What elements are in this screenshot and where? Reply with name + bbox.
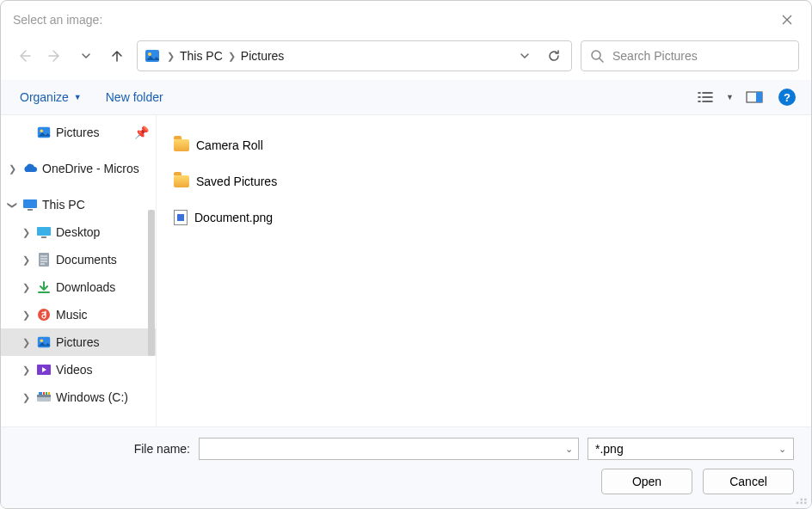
svg-rect-17 xyxy=(37,395,51,397)
recent-locations-button[interactable] xyxy=(75,45,97,67)
open-button[interactable]: Open xyxy=(601,469,692,494)
footer: File name: ⌄ *.png ⌄ Open Cancel xyxy=(1,426,811,508)
list-item[interactable]: Saved Pictures xyxy=(174,170,794,193)
item-label: Saved Pictures xyxy=(196,175,277,188)
tree-pictures[interactable]: ❯ Pictures xyxy=(1,328,156,356)
svg-rect-20 xyxy=(46,392,47,395)
tree-onedrive[interactable]: ❯ OneDrive - Micros xyxy=(1,155,156,182)
tree-this-pc[interactable]: ❯ This PC xyxy=(1,191,156,218)
window-title: Select an image: xyxy=(13,13,102,27)
svg-rect-21 xyxy=(48,392,50,395)
chevron-right-icon: ❯ xyxy=(20,227,32,238)
arrow-left-icon xyxy=(16,48,32,64)
onedrive-icon xyxy=(22,163,39,175)
tree-pictures-pinned[interactable]: Pictures 📌 xyxy=(1,119,156,146)
search-input[interactable] xyxy=(611,48,790,64)
chevron-right-icon: ❯ xyxy=(167,51,175,62)
drive-icon xyxy=(35,391,52,403)
tree-music[interactable]: ❯ Music xyxy=(1,301,156,328)
view-mode-button[interactable] xyxy=(693,85,717,109)
downloads-icon xyxy=(35,280,52,294)
chevron-down-icon xyxy=(520,51,530,61)
pictures-icon xyxy=(143,46,162,65)
svg-point-14 xyxy=(40,339,44,342)
close-icon xyxy=(782,15,792,25)
folder-icon xyxy=(174,175,189,187)
documents-icon xyxy=(35,252,52,267)
new-folder-button[interactable]: New folder xyxy=(106,90,163,104)
svg-rect-10 xyxy=(41,236,46,238)
preview-pane-icon xyxy=(746,91,763,103)
chevron-right-icon: ❯ xyxy=(20,365,32,376)
refresh-button[interactable] xyxy=(542,44,566,68)
item-label: Document.png xyxy=(194,211,273,224)
resize-grip[interactable]: ▪▪▪▪▪ xyxy=(796,498,808,505)
chevron-right-icon: ❯ xyxy=(20,310,32,321)
pictures-icon xyxy=(35,334,52,350)
address-dropdown-button[interactable] xyxy=(513,44,537,68)
chevron-right-icon: ❯ xyxy=(228,51,236,62)
file-open-dialog: Select an image: ❯ This PC ❯ Pictures xyxy=(0,0,812,509)
chevron-down-icon: ❯ xyxy=(7,199,18,211)
list-item[interactable]: Document.png xyxy=(174,206,794,229)
nav-tree: Pictures 📌 ❯ OneDrive - Micros ❯ xyxy=(1,115,156,426)
desktop-icon xyxy=(35,226,52,238)
file-type-filter[interactable]: *.png ⌄ xyxy=(587,438,794,460)
tree-drive-c[interactable]: ❯ Windows (C:) xyxy=(1,383,156,411)
arrow-up-icon xyxy=(109,48,125,64)
chevron-right-icon: ❯ xyxy=(20,282,32,293)
search-box[interactable] xyxy=(581,40,799,71)
item-label: Camera Roll xyxy=(196,138,263,152)
filename-label: File name: xyxy=(18,442,190,456)
svg-rect-9 xyxy=(37,227,51,236)
tree-documents[interactable]: ❯ Documents xyxy=(1,246,156,273)
tree-videos[interactable]: ❯ Videos xyxy=(1,356,156,383)
refresh-icon xyxy=(547,49,561,63)
list-view-icon xyxy=(698,91,713,103)
tree-desktop[interactable]: ❯ Desktop xyxy=(1,218,156,246)
svg-rect-18 xyxy=(39,392,42,395)
music-icon xyxy=(35,308,52,322)
toolbar: Organize ▼ New folder ▼ ? xyxy=(1,80,811,114)
search-icon xyxy=(590,49,604,63)
svg-point-6 xyxy=(40,129,44,132)
close-button[interactable] xyxy=(775,8,799,32)
folder-icon xyxy=(174,139,189,151)
organize-menu[interactable]: Organize ▼ xyxy=(20,90,82,104)
chevron-right-icon: ❯ xyxy=(6,163,18,175)
svg-rect-8 xyxy=(28,209,33,211)
chevron-right-icon: ❯ xyxy=(20,254,32,266)
tree-downloads[interactable]: ❯ Downloads xyxy=(1,273,156,301)
help-icon: ? xyxy=(778,89,796,106)
nav-row: ❯ This PC ❯ Pictures xyxy=(1,34,811,80)
svg-rect-7 xyxy=(23,199,37,208)
preview-pane-button[interactable] xyxy=(742,85,766,109)
address-bar[interactable]: ❯ This PC ❯ Pictures xyxy=(137,40,572,71)
pictures-icon xyxy=(35,125,52,140)
chevron-right-icon: ❯ xyxy=(20,392,32,403)
body: Pictures 📌 ❯ OneDrive - Micros ❯ xyxy=(1,114,811,426)
chevron-down-icon: ⌄ xyxy=(565,444,573,455)
chevron-right-icon: ❯ xyxy=(20,337,32,348)
caret-down-icon: ▼ xyxy=(726,93,734,101)
breadcrumb-this-pc[interactable]: This PC xyxy=(180,49,223,63)
sidebar-scrollbar[interactable] xyxy=(148,210,155,356)
cancel-button[interactable]: Cancel xyxy=(703,469,794,494)
file-list[interactable]: Camera Roll Saved Pictures Document.png xyxy=(157,115,811,426)
arrow-right-icon xyxy=(47,48,63,64)
help-button[interactable]: ? xyxy=(775,85,799,109)
svg-rect-19 xyxy=(43,392,45,395)
filename-input[interactable]: ⌄ xyxy=(199,438,579,460)
caret-down-icon: ▼ xyxy=(74,93,82,101)
svg-point-1 xyxy=(148,52,151,56)
breadcrumb-pictures[interactable]: Pictures xyxy=(241,49,285,63)
chevron-down-icon: ⌄ xyxy=(778,444,786,455)
back-button[interactable] xyxy=(13,45,35,67)
up-button[interactable] xyxy=(106,45,128,67)
list-item[interactable]: Camera Roll xyxy=(174,134,794,156)
titlebar: Select an image: xyxy=(1,1,811,34)
videos-icon xyxy=(35,364,52,376)
svg-rect-11 xyxy=(39,253,49,267)
chevron-down-icon xyxy=(81,51,91,61)
forward-button[interactable] xyxy=(44,45,66,67)
